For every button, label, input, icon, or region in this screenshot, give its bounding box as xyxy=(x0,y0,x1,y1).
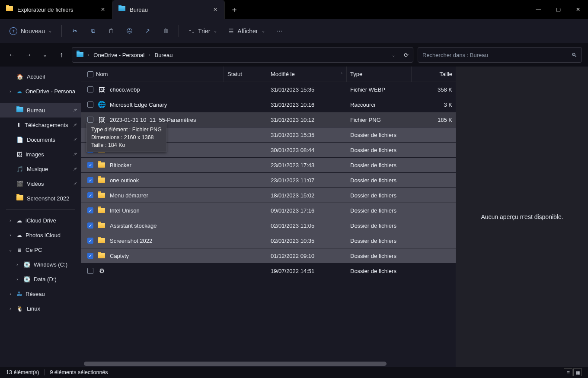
table-row[interactable]: ⚙19/07/2022 14:51Dossier de fichiers xyxy=(81,264,456,279)
col-size[interactable]: Taille xyxy=(412,67,456,82)
sidebar-item-icloud-drive[interactable]: ›☁iCloud Drive xyxy=(0,213,81,228)
file-modified: 02/01/2023 10:35 xyxy=(267,238,347,244)
folder-icon: 🖼 xyxy=(16,151,22,158)
row-checkbox[interactable] xyxy=(87,268,93,274)
chevron-right-icon[interactable]: › xyxy=(15,277,20,282)
forward-button[interactable]: → xyxy=(22,49,35,61)
sidebar-item-drive[interactable]: ›💽Data (D:) xyxy=(0,272,81,286)
folder-icon: 🎵 xyxy=(16,166,23,172)
breadcrumb-root[interactable]: OneDrive - Personal xyxy=(93,52,144,58)
sidebar-item-onedrive[interactable]: › ☁ OneDrive - Persona xyxy=(0,84,81,98)
row-checkbox[interactable]: ✓ xyxy=(87,192,93,198)
close-icon[interactable]: ✕ xyxy=(100,6,106,13)
sidebar-item-cepc[interactable]: ⌄ 🖥 Ce PC xyxy=(0,242,81,257)
row-checkbox[interactable]: ✓ xyxy=(87,162,93,168)
col-name[interactable]: Nom xyxy=(81,67,224,82)
new-tab-button[interactable]: ＋ xyxy=(225,0,244,19)
file-size: 185 K xyxy=(412,117,456,123)
table-row[interactable]: ✓Screenshot 202202/01/2023 10:35Dossier … xyxy=(81,233,456,248)
chevron-right-icon[interactable]: › xyxy=(8,306,13,311)
chevron-down-icon[interactable]: ⌄ xyxy=(392,53,395,57)
scrollbar-thumb[interactable] xyxy=(84,362,387,366)
close-icon[interactable]: ✕ xyxy=(212,6,218,13)
select-all-checkbox[interactable] xyxy=(87,71,93,77)
sidebar-item-network[interactable]: › 🖧 Réseau xyxy=(0,286,81,301)
sidebar-item-images[interactable]: 🖼Images📌︎ xyxy=(0,147,81,162)
minimize-button[interactable]: — xyxy=(528,0,548,19)
body: 🏠 Accueil › ☁ OneDrive - Persona Bureau📌… xyxy=(0,67,588,367)
file-type: Fichier WEBP xyxy=(347,86,412,93)
row-checkbox[interactable] xyxy=(87,102,93,108)
row-checkbox[interactable]: ✓ xyxy=(87,238,93,244)
rename-button[interactable]: Ⓐ xyxy=(121,23,137,39)
new-button[interactable]: + Nouveau ⌄ xyxy=(5,23,56,39)
sidebar-item-musique[interactable]: 🎵Musique📌︎ xyxy=(0,162,81,176)
tiles-view-button[interactable]: ▦ xyxy=(573,368,582,376)
table-row[interactable]: 🖼choco.webp31/01/2023 15:35Fichier WEBP3… xyxy=(81,82,456,97)
table-row[interactable]: ✓Intel Unison09/01/2023 17:16Dossier de … xyxy=(81,203,456,218)
list-icon: ☰ xyxy=(228,28,234,35)
search-icon: 🔍︎ xyxy=(572,52,577,58)
file-icon xyxy=(98,161,105,169)
chevron-right-icon[interactable]: › xyxy=(15,262,20,267)
toolbar: + Nouveau ⌄ ✂ ⧉ 📋︎ Ⓐ ↗ 🗑︎ ↑↓ Trier ⌄ ☰ A… xyxy=(0,19,588,43)
details-view-button[interactable]: ≣ xyxy=(564,368,572,376)
search-input[interactable] xyxy=(422,52,572,58)
table-row[interactable]: ✓Menu démarrer18/01/2023 15:02Dossier de… xyxy=(81,188,456,203)
paste-button[interactable]: 📋︎ xyxy=(103,23,119,39)
row-checkbox[interactable]: ✓ xyxy=(87,253,93,259)
sidebar-item-documents[interactable]: 📄Documents📌︎ xyxy=(0,132,81,147)
sidebar-item-photos-icloud[interactable]: ›☁Photos iCloud xyxy=(0,228,81,242)
preview-pane: Aucun aperçu n'est disponible. xyxy=(456,67,588,367)
table-row[interactable]: 🌐Microsoft Edge Canary31/01/2023 10:16Ra… xyxy=(81,97,456,112)
table-row[interactable]: ✓Bitlocker23/01/2023 17:43Dossier de fic… xyxy=(81,158,456,173)
sidebar-item-screenshot-2022[interactable]: Screenshot 2022 xyxy=(0,191,81,206)
sidebar-item-home[interactable]: 🏠 Accueil xyxy=(0,69,81,84)
sidebar-item-téléchargements[interactable]: ⬇Téléchargements📌︎ xyxy=(0,118,81,132)
pin-icon: 📌︎ xyxy=(73,181,77,186)
search-box[interactable]: 🔍︎ xyxy=(418,47,582,63)
drive-icon: 💽 xyxy=(23,276,30,283)
table-row[interactable]: ✓one outlook23/01/2023 11:07Dossier de f… xyxy=(81,173,456,188)
col-status[interactable]: Statut xyxy=(224,67,267,82)
table-row[interactable]: ✓Captvty01/12/2022 09:10Dossier de fichi… xyxy=(81,248,456,264)
maximize-button[interactable]: ▢ xyxy=(548,0,568,19)
horizontal-scrollbar[interactable] xyxy=(81,361,456,367)
sidebar-item-drive[interactable]: ›💽Windows (C:) xyxy=(0,257,81,272)
breadcrumb-leaf[interactable]: Bureau xyxy=(154,52,173,58)
address-bar[interactable]: › OneDrive - Personal › Bureau ⌄ ⟳ xyxy=(72,47,413,63)
col-type[interactable]: Type xyxy=(347,67,412,82)
sort-button[interactable]: ↑↓ Trier ⌄ xyxy=(184,23,221,39)
delete-button[interactable]: 🗑︎ xyxy=(158,23,173,39)
copy-button[interactable]: ⧉ xyxy=(85,23,101,39)
close-window-button[interactable]: ✕ xyxy=(568,0,588,19)
chevron-right-icon[interactable]: › xyxy=(8,218,13,223)
chevron-right-icon[interactable]: › xyxy=(8,292,13,296)
tab-bureau[interactable]: Bureau ✕ xyxy=(112,0,225,19)
col-modified[interactable]: Modifié le ˄ xyxy=(267,67,347,82)
chevron-right-icon[interactable]: › xyxy=(8,89,13,94)
separator xyxy=(6,209,75,210)
row-checkbox[interactable] xyxy=(87,117,93,123)
refresh-button[interactable]: ⟳ xyxy=(404,52,409,58)
view-button[interactable]: ☰ Afficher ⌄ xyxy=(224,23,269,39)
chevron-right-icon[interactable]: › xyxy=(8,233,13,238)
share-button[interactable]: ↗ xyxy=(140,23,155,39)
sidebar-item-vidéos[interactable]: 🎬Vidéos📌︎ xyxy=(0,176,81,191)
tab-explorer[interactable]: Explorateur de fichiers ✕ xyxy=(0,0,112,19)
sidebar-item-linux[interactable]: › 🐧 Linux xyxy=(0,301,81,316)
file-size: 3 K xyxy=(412,102,456,108)
more-button[interactable]: ⋯ xyxy=(272,23,288,39)
row-checkbox[interactable]: ✓ xyxy=(87,207,93,213)
row-checkbox[interactable] xyxy=(87,86,93,92)
back-button[interactable]: ← xyxy=(6,49,18,61)
tooltip-size: Taille : 184 Ko xyxy=(91,141,162,149)
table-row[interactable]: ✓Assistant stockage02/01/2023 11:05Dossi… xyxy=(81,218,456,233)
up-button[interactable]: ↑ xyxy=(55,49,67,61)
chevron-down-icon[interactable]: ⌄ xyxy=(8,248,13,252)
row-checkbox[interactable]: ✓ xyxy=(87,222,93,229)
recent-locations-button[interactable]: ⌄ xyxy=(39,49,51,61)
sidebar-item-bureau[interactable]: Bureau📌︎ xyxy=(0,103,81,118)
cut-button[interactable]: ✂ xyxy=(67,23,83,39)
row-checkbox[interactable]: ✓ xyxy=(87,177,93,183)
